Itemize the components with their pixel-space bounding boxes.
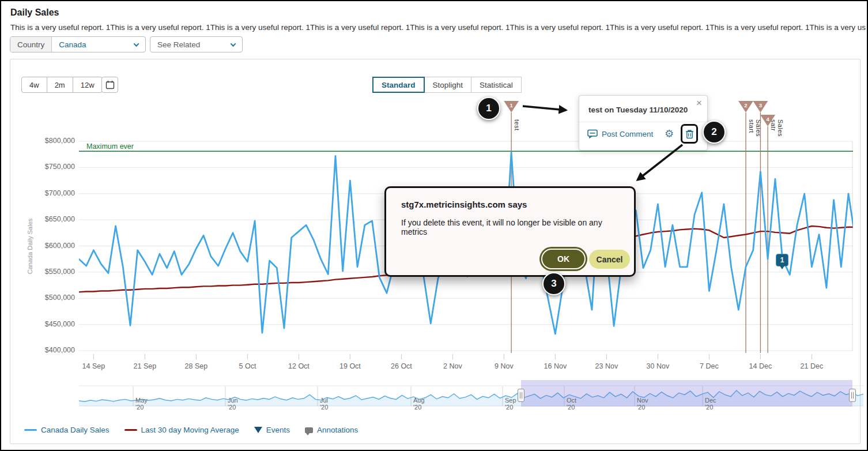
y-tick-label: $600,000 (24, 242, 75, 250)
range-button-2m[interactable]: 2m (47, 77, 73, 93)
callout-circle-3: 3 (542, 272, 565, 295)
x-tick-label: 21 Dec (788, 362, 835, 370)
line-swatch (24, 429, 37, 431)
navigator-month-label: Jul '20 (320, 397, 328, 411)
x-tick-label: 14 Dec (737, 362, 783, 370)
calendar-icon (105, 80, 115, 89)
chevron-down-icon (134, 41, 139, 47)
callout-circle-2: 2 (703, 121, 726, 144)
range-button-4w[interactable]: 4w (21, 77, 47, 93)
x-tick-label: 28 Sep (173, 362, 219, 370)
navigator-month-label: Sep '20 (505, 397, 516, 411)
x-tick-label: 2 Nov (429, 362, 475, 370)
x-tick-label: 14 Sep (70, 362, 116, 370)
x-tick-label: 26 Oct (378, 362, 424, 370)
tab-standard[interactable]: Standard (372, 77, 425, 93)
see-related-label: See Related (157, 40, 200, 49)
x-tick-label: 5 Oct (224, 362, 270, 370)
country-filter: Country Canada (10, 36, 146, 52)
navigator-month-label: Dec '20 (705, 397, 716, 411)
see-related-select[interactable]: See Related (150, 36, 243, 52)
event-marker-number: 4 (766, 116, 769, 122)
post-comment-button[interactable]: Post Comment (587, 129, 653, 138)
x-tick-label: 23 Nov (583, 362, 629, 370)
country-filter-label: Country (10, 37, 52, 52)
cancel-button[interactable]: Cancel (589, 250, 630, 269)
x-tick-label: 7 Dec (686, 362, 732, 370)
y-tick-label: $650,000 (24, 215, 75, 223)
legend-item-annotations[interactable]: Annotations (305, 426, 358, 434)
x-tick-label: 9 Nov (481, 362, 527, 370)
line-swatch (124, 429, 137, 431)
ok-button[interactable]: OK (541, 249, 586, 269)
y-tick-label: $750,000 (24, 163, 75, 171)
divider (579, 122, 707, 122)
legend-item-canada-daily-sales[interactable]: Canada Daily Sales (24, 426, 110, 434)
event-popup: × test on Tuesday 11/10/2020 Post Commen… (579, 95, 708, 151)
y-tick-label: $450,000 (24, 320, 75, 328)
chevron-down-icon (231, 41, 236, 47)
navigator-right-handle[interactable] (849, 389, 856, 402)
tab-stoplight[interactable]: Stoplight (424, 77, 472, 93)
legend-label: Last 30 day Moving Average (141, 426, 239, 434)
close-icon[interactable]: × (696, 98, 702, 108)
report-page: Daily Sales This is a very useful report… (0, 0, 868, 451)
report-description: This is a very useful report. 1This is a… (10, 23, 866, 32)
event-marker-number: 2 (744, 102, 747, 108)
event-marker-number: 1 (510, 102, 513, 108)
country-select[interactable]: Canada (52, 37, 145, 52)
annotation-bubble-icon (305, 427, 313, 433)
navigator-month-label: Jun '20 (228, 397, 238, 411)
navigator-month-label: May '20 (135, 397, 148, 411)
calendar-button[interactable] (101, 77, 118, 93)
navigator-month-label: Aug '20 (413, 397, 425, 411)
gear-icon[interactable]: ⚙ (665, 127, 674, 140)
y-tick-label: $800,000 (24, 137, 75, 145)
legend-label: Canada Daily Sales (41, 426, 110, 434)
y-tick-label: $700,000 (24, 189, 75, 197)
event-marker-number: 3 (759, 102, 762, 108)
callout-circle-1: 1 (477, 97, 500, 120)
y-tick-label: $400,000 (24, 346, 75, 354)
range-button-12w[interactable]: 12w (73, 77, 103, 93)
legend-item-events[interactable]: Events (254, 426, 290, 434)
y-tick-label: $500,000 (24, 294, 75, 302)
post-comment-label: Post Comment (602, 130, 653, 138)
x-tick-label: 19 Oct (327, 362, 373, 370)
comment-icon (587, 129, 598, 138)
confirm-dialog-message: If you delete this event, it will no lon… (401, 218, 626, 236)
legend-label: Annotations (317, 426, 358, 434)
annotation-pin[interactable]: 1 (776, 254, 788, 266)
navigator-month-label: Oct '20 (567, 397, 576, 411)
tab-statistical[interactable]: Statistical (471, 77, 522, 93)
view-tabs: StandardStoplightStatistical (373, 77, 522, 93)
confirm-dialog: stg7x.metricinsights.com says If you del… (384, 186, 636, 277)
country-select-value: Canada (59, 40, 86, 49)
callout-highlight-box (681, 124, 698, 144)
navigator-left-handle[interactable] (518, 389, 524, 402)
x-tick-label: 12 Oct (276, 362, 322, 370)
x-tick-label: 16 Nov (532, 362, 578, 370)
page-title: Daily Sales (10, 7, 59, 18)
legend-item-last-30-day-moving-average[interactable]: Last 30 day Moving Average (124, 426, 239, 434)
confirm-dialog-source: stg7x.metricinsights.com says (401, 200, 527, 209)
events-triangle-icon (254, 427, 262, 433)
legend-label: Events (266, 426, 290, 434)
date-range-buttons: 4w2m12w (21, 77, 103, 93)
navigator-month-label: Nov '20 (637, 397, 648, 411)
x-tick-label: 21 Sep (122, 362, 168, 370)
y-tick-label: $550,000 (24, 268, 75, 276)
event-popup-title: test on Tuesday 11/10/2020 (588, 106, 688, 114)
trash-icon[interactable] (685, 129, 694, 139)
chart-legend: Canada Daily SalesLast 30 day Moving Ave… (24, 426, 358, 434)
x-tick-label: 30 Nov (635, 362, 681, 370)
